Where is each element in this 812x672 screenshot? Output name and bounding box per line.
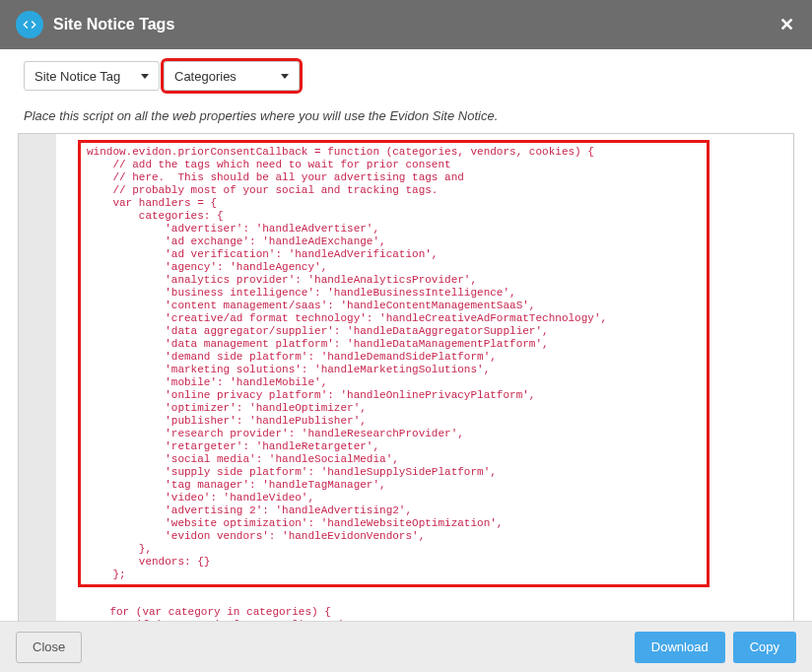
code-line: for (var category in categories) { (84, 606, 793, 619)
code-icon (16, 11, 43, 38)
code-line: vendors: {} (87, 556, 701, 569)
code-line: 'tag manager': 'handleTagManager', (87, 479, 701, 492)
code-line: 'research provider': 'handleResearchProv… (87, 428, 701, 440)
download-button[interactable]: Download (635, 632, 725, 663)
code-line: 'supply side platform': 'handleSupplySid… (87, 466, 701, 479)
code-line: 'evidon vendors': 'handleEvidonVendors', (87, 530, 701, 543)
code-line: 'data aggregator/supplier': 'handleDataA… (87, 325, 701, 338)
code-line: 'advertiser': 'handleAdvertiser', (87, 223, 701, 235)
code-line: 'advertising 2': 'handleAdvertising2', (87, 504, 701, 517)
code-line: 'mobile': 'handleMobile', (87, 376, 701, 389)
code-line: 'analytics provider': 'handleAnalyticsPr… (87, 274, 701, 287)
dropdown-row: Site Notice Tag Categories (0, 49, 812, 99)
code-line: 'ad verification': 'handleAdVerification… (87, 248, 701, 261)
code-line: }, (87, 543, 701, 556)
code-line: categories: { (87, 210, 701, 223)
code-line: // here. This should be all your adverti… (87, 171, 701, 184)
code-line: // probably most of your social and trac… (87, 184, 701, 197)
tag-type-dropdown[interactable]: Site Notice Tag (24, 61, 160, 91)
code-line: 'creative/ad format technology': 'handle… (87, 312, 701, 325)
code-line: 'data management platform': 'handleDataM… (87, 338, 701, 351)
instruction-text: Place this script on all the web propert… (0, 99, 812, 129)
modal-footer: Close Download Copy (0, 621, 812, 672)
line-number-gutter (19, 134, 56, 623)
dropdown-label: Categories (174, 69, 237, 84)
modal-header: Site Notice Tags ✕ (0, 0, 812, 49)
code-line: 'agency': 'handleAgency', (87, 261, 701, 274)
dropdown-label: Site Notice Tag (34, 69, 120, 84)
code-continuation: for (var category in categories) { if (!… (78, 593, 793, 623)
code-panel[interactable]: window.evidon.priorConsentCallback = fun… (56, 134, 793, 623)
code-line (84, 593, 793, 606)
code-line: window.evidon.priorConsentCallback = fun… (87, 146, 701, 159)
code-line: 'social media': 'handleSocialMedia', (87, 453, 701, 466)
code-line: 'video': 'handleVideo', (87, 492, 701, 504)
copy-button[interactable]: Copy (733, 632, 796, 663)
code-line: 'website optimization': 'handleWebsiteOp… (87, 517, 701, 530)
code-line: }; (87, 569, 701, 581)
categories-dropdown[interactable]: Categories (164, 61, 300, 91)
code-line: 'business intelligence': 'handleBusiness… (87, 287, 701, 300)
code-editor: window.evidon.priorConsentCallback = fun… (18, 133, 794, 624)
code-line: 'retargeter': 'handleRetargeter', (87, 440, 701, 453)
code-line: var handlers = { (87, 197, 701, 210)
code-line: 'publisher': 'handlePublisher', (87, 415, 701, 428)
chevron-down-icon (281, 74, 289, 79)
close-button[interactable]: Close (16, 632, 82, 663)
code-line: 'optimizer': 'handleOptimizer', (87, 402, 701, 415)
close-icon[interactable]: ✕ (779, 14, 794, 35)
code-line: 'demand side platform': 'handleDemandSid… (87, 351, 701, 364)
highlighted-code-block: window.evidon.priorConsentCallback = fun… (78, 140, 710, 587)
code-line: // add the tags which need to wait for p… (87, 159, 701, 171)
code-line: 'online privacy platform': 'handleOnline… (87, 389, 701, 402)
code-line: 'ad exchange': 'handleAdExchange', (87, 235, 701, 248)
code-line: 'content management/saas': 'handleConten… (87, 300, 701, 312)
code-line: 'marketing solutions': 'handleMarketingS… (87, 364, 701, 376)
chevron-down-icon (141, 74, 149, 79)
modal-title: Site Notice Tags (53, 16, 174, 34)
